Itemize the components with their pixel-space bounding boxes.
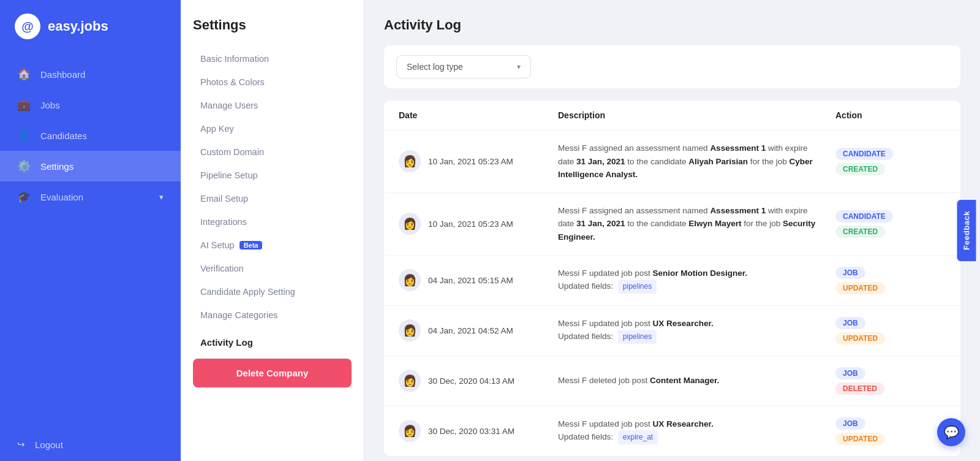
logout-icon: ↪ bbox=[17, 439, 25, 450]
action-type-badge: JOB bbox=[835, 417, 865, 430]
column-action: Action bbox=[835, 110, 946, 120]
settings-menu-manage-users[interactable]: Manage Users bbox=[193, 94, 352, 116]
action-status-badge: updated bbox=[835, 433, 885, 445]
date-cell: 👩 30 Dec, 2020 03:31 AM bbox=[399, 420, 558, 442]
activity-log-panel: Activity Log Select log type ▾ Date Desc… bbox=[364, 0, 980, 461]
logo-text: easy.jobs bbox=[48, 18, 108, 34]
date-cell: 👩 04 Jan, 2021 04:52 AM bbox=[399, 319, 558, 341]
logout-button[interactable]: ↪ Logout bbox=[0, 428, 181, 461]
sidebar-label-candidates: Candidates bbox=[40, 131, 87, 141]
settings-icon: ⚙️ bbox=[17, 159, 31, 173]
description-cell: Messi F updated job post UX Researcher. … bbox=[558, 417, 835, 445]
logo-area: @ easy.jobs bbox=[0, 0, 181, 53]
sidebar-item-candidates[interactable]: 👤 Candidates bbox=[0, 120, 181, 151]
avatar: 👩 bbox=[399, 213, 421, 235]
field-tag: pipelines bbox=[618, 280, 657, 294]
table-row: 👩 30 Dec, 2020 03:31 AM Messi F updated … bbox=[384, 406, 960, 456]
sidebar-label-settings: Settings bbox=[40, 161, 74, 172]
sidebar-item-dashboard[interactable]: 🏠 Dashboard bbox=[0, 59, 181, 90]
logout-label: Logout bbox=[35, 440, 63, 450]
date-text: 04 Jan, 2021 04:52 AM bbox=[428, 326, 513, 335]
settings-menu-pipeline-setup[interactable]: Pipeline Setup bbox=[193, 164, 352, 186]
avatar: 👩 bbox=[399, 269, 421, 291]
table-row: 👩 10 Jan, 2021 05:23 AM Messi F assigned… bbox=[384, 193, 960, 256]
action-type-badge: CANDIDATE bbox=[835, 148, 893, 160]
date-cell: 👩 10 Jan, 2021 05:23 AM bbox=[399, 150, 558, 172]
date-text: 10 Jan, 2021 05:23 AM bbox=[428, 157, 513, 166]
action-type-badge: JOB bbox=[835, 317, 865, 329]
settings-menu-integrations[interactable]: Integrations bbox=[193, 211, 352, 233]
settings-menu-email-setup[interactable]: Email Setup bbox=[193, 188, 352, 210]
date-cell: 👩 04 Jan, 2021 05:15 AM bbox=[399, 269, 558, 291]
settings-menu-custom-domain[interactable]: Custom Domain bbox=[193, 141, 352, 163]
table-row: 👩 04 Jan, 2021 04:52 AM Messi F updated … bbox=[384, 306, 960, 356]
sidebar-item-evaluation[interactable]: 🎓 Evaluation ▾ bbox=[0, 181, 181, 212]
sidebar-nav: 🏠 Dashboard 💼 Jobs 👤 Candidates ⚙️ Setti… bbox=[0, 53, 181, 428]
settings-menu: Basic Information Photos & Colors Manage… bbox=[193, 48, 352, 326]
jobs-icon: 💼 bbox=[17, 98, 31, 112]
chevron-down-icon: ▾ bbox=[517, 63, 521, 71]
activity-log-table: Date Description Action 👩 10 Jan, 2021 0… bbox=[384, 101, 960, 456]
main-content: Settings Basic Information Photos & Colo… bbox=[181, 0, 980, 461]
settings-menu-verification[interactable]: Verification bbox=[193, 257, 352, 280]
avatar: 👩 bbox=[399, 420, 421, 442]
table-header: Date Description Action bbox=[384, 101, 960, 131]
action-cell: CANDIDATE created bbox=[835, 210, 946, 238]
action-type-badge: CANDIDATE bbox=[835, 210, 893, 223]
avatar: 👩 bbox=[399, 319, 421, 341]
action-cell: JOB updated bbox=[835, 317, 946, 345]
settings-panel: Settings Basic Information Photos & Colo… bbox=[181, 0, 364, 461]
date-cell: 👩 10 Jan, 2021 05:23 AM bbox=[399, 213, 558, 235]
sidebar-item-jobs[interactable]: 💼 Jobs bbox=[0, 90, 181, 120]
settings-menu-ai-setup[interactable]: AI Setup Beta bbox=[193, 234, 352, 256]
logo-icon: @ bbox=[15, 13, 40, 39]
settings-menu-manage-categories[interactable]: Manage Categories bbox=[193, 304, 352, 326]
sidebar-item-settings[interactable]: ⚙️ Settings bbox=[0, 151, 181, 181]
feedback-button[interactable]: Feedback bbox=[957, 200, 976, 261]
description-cell: Messi F updated job post Senior Motion D… bbox=[558, 267, 835, 294]
log-type-select[interactable]: Select log type ▾ bbox=[396, 55, 531, 78]
sidebar-label-dashboard: Dashboard bbox=[40, 69, 85, 80]
date-text: 10 Jan, 2021 05:23 AM bbox=[428, 219, 513, 229]
settings-title: Settings bbox=[193, 17, 352, 33]
settings-menu-candidate-apply[interactable]: Candidate Apply Setting bbox=[193, 281, 352, 303]
action-cell: JOB updated bbox=[835, 267, 946, 294]
action-cell: CANDIDATE created bbox=[835, 148, 946, 175]
action-status-badge: created bbox=[835, 163, 885, 175]
action-type-badge: JOB bbox=[835, 267, 865, 279]
settings-menu-photos-colors[interactable]: Photos & Colors bbox=[193, 71, 352, 93]
date-text: 04 Jan, 2021 05:15 AM bbox=[428, 276, 513, 285]
chat-icon: 💬 bbox=[944, 425, 959, 440]
date-cell: 👩 30 Dec, 2020 04:13 AM bbox=[399, 370, 558, 392]
field-tag: pipelines bbox=[618, 330, 657, 344]
avatar: 👩 bbox=[399, 370, 421, 392]
column-date: Date bbox=[399, 110, 558, 120]
table-row: 👩 10 Jan, 2021 05:23 AM Messi F assigned… bbox=[384, 131, 960, 193]
description-cell: Messi F assigned an assessment named Ass… bbox=[558, 142, 835, 181]
chevron-down-icon: ▾ bbox=[159, 192, 164, 202]
settings-menu-app-key[interactable]: App Key bbox=[193, 118, 352, 140]
date-text: 30 Dec, 2020 03:31 AM bbox=[428, 427, 514, 436]
date-text: 30 Dec, 2020 04:13 AM bbox=[428, 376, 514, 386]
action-status-badge: updated bbox=[835, 282, 885, 294]
action-status-badge: updated bbox=[835, 332, 885, 345]
home-icon: 🏠 bbox=[17, 67, 31, 81]
action-cell: JOB deleted bbox=[835, 367, 946, 395]
description-cell: Messi F deleted job post Content Manager… bbox=[558, 374, 835, 387]
filter-bar: Select log type ▾ bbox=[384, 45, 960, 88]
evaluation-icon: 🎓 bbox=[17, 190, 31, 204]
action-cell: JOB updated bbox=[835, 417, 946, 445]
sidebar-label-evaluation: Evaluation bbox=[40, 192, 83, 202]
field-tag: expire_at bbox=[618, 430, 658, 444]
table-row: 👩 30 Dec, 2020 04:13 AM Messi F deleted … bbox=[384, 356, 960, 406]
log-type-placeholder: Select log type bbox=[407, 62, 463, 72]
description-cell: Messi F updated job post UX Researcher. … bbox=[558, 317, 835, 345]
settings-menu-basic-info[interactable]: Basic Information bbox=[193, 48, 352, 70]
action-status-badge: deleted bbox=[835, 383, 884, 395]
delete-company-button[interactable]: Delete Company bbox=[193, 359, 352, 387]
activity-log-title: Activity Log bbox=[384, 17, 960, 33]
description-cell: Messi F assigned an assessment named Ass… bbox=[558, 204, 835, 244]
avatar: 👩 bbox=[399, 150, 421, 172]
activity-log-section-label: Activity Log bbox=[193, 331, 352, 351]
chat-button[interactable]: 💬 bbox=[937, 418, 965, 446]
